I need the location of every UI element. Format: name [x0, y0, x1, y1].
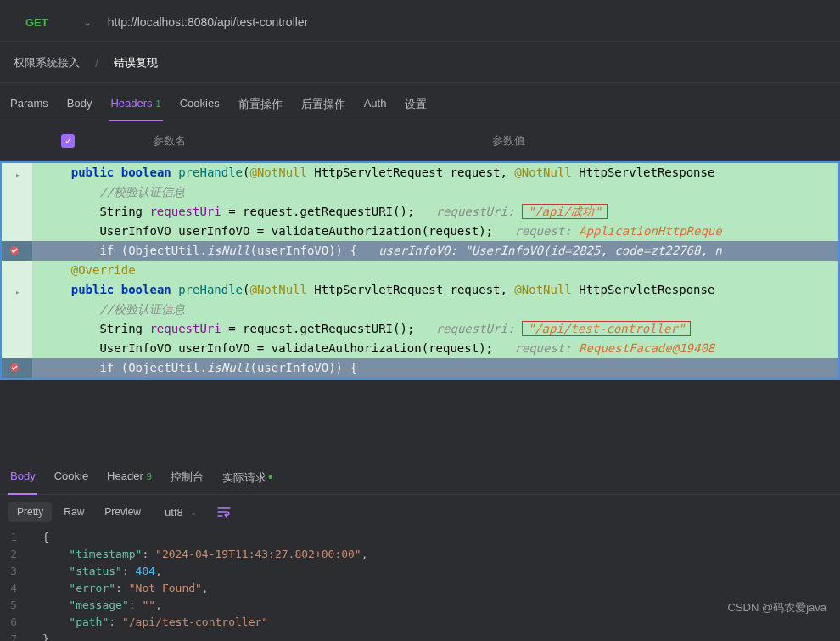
breakpoint-icon[interactable] — [8, 245, 20, 256]
breadcrumb: 权限系统接入 / 错误复现 — [0, 42, 840, 83]
breadcrumb-item-1[interactable]: 权限系统接入 — [14, 55, 80, 70]
http-method-select[interactable]: GET ⌄ — [25, 16, 91, 29]
column-param-value: 参数值 — [492, 133, 832, 149]
code-editor-overlay: ▸ public boolean preHandle(@NotNull Http… — [0, 161, 840, 380]
activity-dot-icon: • — [268, 470, 273, 484]
json-content[interactable]: { "timestamp": "2024-04-19T11:43:27.802+… — [25, 529, 368, 641]
view-pretty-button[interactable]: Pretty — [8, 502, 52, 522]
tab-cookies[interactable]: Cookies — [178, 92, 221, 121]
line-numbers-gutter: 1234567 — [0, 529, 25, 641]
code-line: public boolean preHandle(@NotNull HttpSe… — [32, 163, 838, 183]
tab-body[interactable]: Body — [65, 92, 94, 121]
code-line: UserInfoVO userInfoVO = validateAuthoriz… — [32, 339, 838, 358]
view-preview-button[interactable]: Preview — [96, 502, 149, 522]
tab-params[interactable]: Params — [8, 92, 50, 121]
url-input[interactable] — [108, 15, 832, 29]
breadcrumb-separator: / — [95, 57, 98, 70]
tab-response-header[interactable]: Header9 — [105, 464, 154, 494]
response-tabs: Body Cookie Header9 控制台 实际请求• — [0, 447, 840, 495]
wrap-lines-icon[interactable] — [216, 503, 232, 520]
headers-table-header: ✓ 参数名 参数值 — [0, 121, 840, 161]
tab-response-body[interactable]: Body — [8, 464, 37, 494]
tab-response-cookie[interactable]: Cookie — [53, 464, 90, 494]
response-header-count: 9 — [147, 471, 152, 481]
http-method-label: GET — [25, 16, 48, 29]
tab-response-actual[interactable]: 实际请求• — [221, 464, 275, 494]
request-tabs: Params Body Headers1 Cookies 前置操作 后置操作 A… — [0, 83, 840, 121]
tab-headers[interactable]: Headers1 — [109, 92, 162, 121]
headers-count-badge: 1 — [156, 98, 161, 109]
tab-pre-request[interactable]: 前置操作 — [237, 92, 284, 121]
request-top-bar: GET ⌄ — [0, 0, 840, 42]
breadcrumb-item-2[interactable]: 错误复现 — [114, 55, 158, 70]
code-line: @Override — [32, 261, 838, 280]
code-line: UserInfoVO userInfoVO = validateAuthoriz… — [32, 222, 838, 241]
tab-post-request[interactable]: 后置操作 — [300, 92, 347, 121]
response-view-controls: Pretty Raw Preview utf8 ⌄ — [0, 495, 840, 529]
code-line: //校验认证信息 — [32, 183, 838, 202]
response-json-body: 1234567 { "timestamp": "2024-04-19T11:43… — [0, 529, 840, 641]
breakpoint-icon[interactable] — [8, 362, 20, 374]
tab-auth[interactable]: Auth — [362, 92, 389, 121]
view-raw-button[interactable]: Raw — [55, 502, 92, 522]
chevron-down-icon: ⌄ — [84, 18, 91, 27]
highlighted-uri-2: "/api/test-controller" — [522, 321, 691, 336]
code-line: if (ObjectUtil.isNull(userInfoVO)) { — [32, 358, 838, 378]
watermark: CSDN @码农爱java — [728, 600, 827, 616]
select-all-checkbox[interactable]: ✓ — [61, 134, 75, 148]
highlighted-uri-1: "/api/成功" — [522, 204, 608, 219]
column-param-name: 参数名 — [127, 133, 492, 149]
code-line: public boolean preHandle(@NotNull HttpSe… — [32, 280, 838, 300]
code-line: //校验认证信息 — [32, 300, 838, 319]
code-line: String requestUri = request.getRequestUR… — [32, 319, 838, 339]
tab-response-console[interactable]: 控制台 — [169, 464, 205, 494]
code-line: String requestUri = request.getRequestUR… — [32, 202, 838, 222]
code-line-active: if (ObjectUtil.isNull(userInfoVO)) { use… — [32, 241, 838, 261]
chevron-down-icon: ⌄ — [190, 508, 197, 517]
tab-settings[interactable]: 设置 — [403, 92, 428, 121]
encoding-select[interactable]: utf8 ⌄ — [165, 506, 197, 519]
